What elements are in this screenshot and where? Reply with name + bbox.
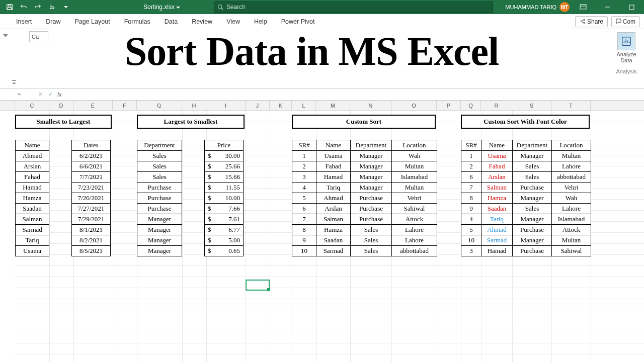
cancel-icon[interactable]: ✕ bbox=[35, 89, 45, 100]
tab-help[interactable]: Help bbox=[247, 15, 274, 28]
table-cell[interactable]: Lahore bbox=[392, 235, 437, 246]
table-cell[interactable]: Usama bbox=[316, 151, 351, 161]
table-cell[interactable]: Purchase bbox=[513, 246, 552, 256]
table-cell[interactable]: Manager bbox=[137, 225, 182, 235]
table-cell[interactable]: Hamad bbox=[16, 183, 49, 193]
table-cell[interactable]: 7/27/2021 bbox=[72, 204, 111, 214]
table-cell[interactable]: 7/23/2021 bbox=[72, 183, 111, 193]
table-cell[interactable]: Arslan bbox=[316, 204, 351, 214]
table-cell[interactable]: 4 bbox=[461, 214, 481, 225]
table-cell[interactable]: Islamabad bbox=[552, 214, 591, 225]
comments-button[interactable]: Com bbox=[611, 16, 640, 27]
undo-icon[interactable] bbox=[17, 1, 30, 14]
table-cell[interactable]: abbottabad bbox=[552, 172, 591, 183]
tab-power-pivot[interactable]: Power Pivot bbox=[274, 15, 322, 28]
table-cell[interactable]: 8/2/2021 bbox=[72, 235, 111, 246]
table-cell[interactable]: Attock bbox=[552, 225, 591, 235]
table-cell[interactable]: Saadan bbox=[316, 235, 351, 246]
table-cell[interactable]: 6 bbox=[292, 204, 316, 214]
table-cell[interactable]: $30.00 bbox=[205, 151, 244, 161]
col-header[interactable]: F bbox=[113, 101, 137, 110]
tab-insert[interactable]: Insert bbox=[9, 15, 39, 28]
table-cell[interactable]: Hamad bbox=[481, 246, 513, 256]
table-cell[interactable]: Purchase bbox=[137, 204, 182, 214]
table-cell[interactable]: Sales bbox=[351, 225, 392, 235]
table-cell[interactable]: Vehri bbox=[392, 193, 437, 204]
table-cell[interactable]: Usama bbox=[481, 151, 513, 161]
table-cell[interactable]: Hamza bbox=[16, 193, 49, 204]
col-header[interactable]: C bbox=[15, 101, 49, 110]
col-header[interactable]: G bbox=[137, 101, 182, 110]
table-cell[interactable]: 9 bbox=[292, 235, 316, 246]
table-cell[interactable]: Vehri bbox=[552, 183, 591, 193]
col-header[interactable]: E bbox=[73, 101, 113, 110]
col-header[interactable]: H bbox=[182, 101, 206, 110]
table-cell[interactable]: 4 bbox=[292, 183, 316, 193]
table-cell[interactable]: Wah bbox=[392, 151, 437, 161]
table-cell[interactable]: Manager bbox=[513, 214, 552, 225]
tab-formulas[interactable]: Formulas bbox=[117, 15, 157, 28]
table-cell[interactable]: Multan bbox=[552, 151, 591, 161]
table-cell[interactable]: Fahad bbox=[316, 161, 351, 172]
table-cell[interactable]: Sales bbox=[137, 172, 182, 183]
table-cell[interactable]: Tariq bbox=[316, 183, 351, 193]
table-cell[interactable]: 5 bbox=[461, 225, 481, 235]
redo-icon[interactable] bbox=[31, 1, 44, 14]
table-cell[interactable]: 7/26/2021 bbox=[72, 193, 111, 204]
table-cell[interactable]: Purchase bbox=[513, 183, 552, 193]
table-cell[interactable]: 7/7/2021 bbox=[72, 172, 111, 183]
table-cell[interactable]: Ahmad bbox=[316, 193, 351, 204]
table-cell[interactable]: Sales bbox=[137, 161, 182, 172]
table-cell[interactable]: $5.00 bbox=[205, 235, 244, 246]
table-cell[interactable]: Sarmad bbox=[316, 246, 351, 256]
table-cell[interactable]: Purchase bbox=[137, 183, 182, 193]
col-header[interactable]: N bbox=[350, 101, 391, 110]
col-header[interactable]: S bbox=[512, 101, 551, 110]
table-cell[interactable]: Hamza bbox=[316, 225, 351, 235]
table-cell[interactable]: Lahore bbox=[552, 161, 591, 172]
tab-draw[interactable]: Draw bbox=[39, 15, 67, 28]
table-cell[interactable]: $11.55 bbox=[205, 183, 244, 193]
table-cell[interactable]: $15.66 bbox=[205, 172, 244, 183]
table-cell[interactable]: 5 bbox=[292, 193, 316, 204]
table-cell[interactable]: abbottabad bbox=[392, 246, 437, 256]
table-cell[interactable]: $25.66 bbox=[205, 161, 244, 172]
table-cell[interactable]: $6.77 bbox=[205, 225, 244, 235]
table-cell[interactable]: Sales bbox=[137, 151, 182, 161]
table-cell[interactable]: 1 bbox=[292, 151, 316, 161]
col-header[interactable]: K bbox=[270, 101, 292, 110]
fx-icon[interactable]: fx bbox=[55, 92, 64, 98]
table-cell[interactable]: Ahmad bbox=[481, 225, 513, 235]
table-cell[interactable]: Manager bbox=[351, 183, 392, 193]
table-cell[interactable]: Attock bbox=[392, 214, 437, 225]
table-cell[interactable]: 8 bbox=[292, 225, 316, 235]
table-cell[interactable]: Purchase bbox=[351, 193, 392, 204]
ribbon-display-icon[interactable] bbox=[573, 0, 594, 14]
col-header[interactable]: I bbox=[206, 101, 246, 110]
table-cell[interactable]: 7 bbox=[461, 183, 481, 193]
tab-page-layout[interactable]: Page Layout bbox=[67, 15, 117, 28]
table-cell[interactable]: 8/5/2021 bbox=[72, 246, 111, 256]
formula-input[interactable] bbox=[64, 89, 644, 100]
table-cell[interactable]: Salman bbox=[16, 214, 49, 225]
table-cell[interactable]: Saadan bbox=[16, 204, 49, 214]
tab-view[interactable]: View bbox=[219, 15, 247, 28]
table-cell[interactable]: Manager bbox=[513, 235, 552, 246]
table-cell[interactable]: Manager bbox=[137, 246, 182, 256]
table-cell[interactable]: Manager bbox=[351, 161, 392, 172]
table-cell[interactable]: Sahiwal bbox=[552, 246, 591, 256]
table-cell[interactable]: Salman bbox=[316, 214, 351, 225]
table-cell[interactable]: Sarmad bbox=[481, 235, 513, 246]
col-header[interactable]: M bbox=[316, 101, 350, 110]
table-cell[interactable]: Tariq bbox=[481, 214, 513, 225]
enter-icon[interactable]: ✓ bbox=[45, 89, 55, 100]
table-cell[interactable]: Manager bbox=[351, 172, 392, 183]
table-cell[interactable]: 3 bbox=[461, 246, 481, 256]
col-header[interactable]: P bbox=[437, 101, 461, 110]
tab-review[interactable]: Review bbox=[185, 15, 219, 28]
table-cell[interactable]: $10.00 bbox=[205, 193, 244, 204]
table-cell[interactable]: Purchase bbox=[351, 214, 392, 225]
table-cell[interactable]: Lahore bbox=[392, 225, 437, 235]
table-cell[interactable]: Purchase bbox=[137, 193, 182, 204]
table-cell[interactable]: Sarmad bbox=[16, 225, 49, 235]
